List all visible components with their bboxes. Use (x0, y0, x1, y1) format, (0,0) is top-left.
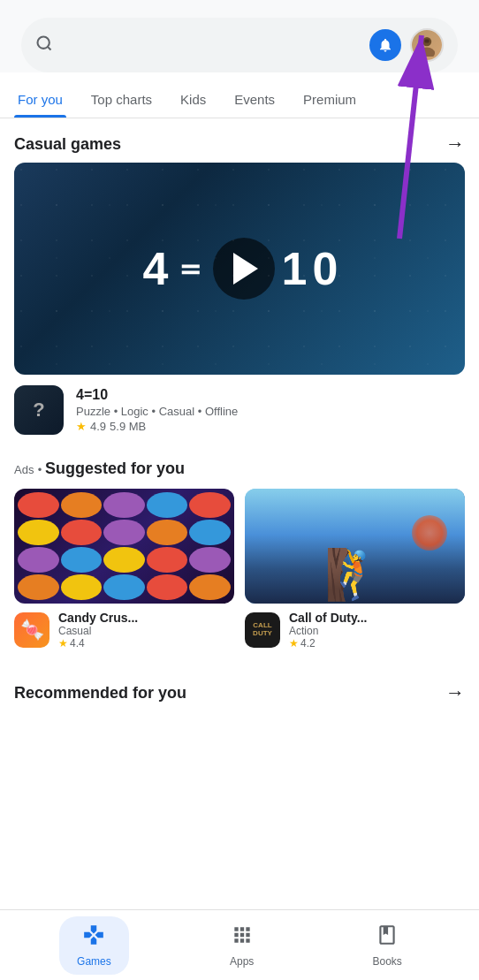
cod-rating: ★ 4.2 (289, 637, 367, 650)
svg-point-3 (419, 48, 435, 57)
app-tags: Puzzle • Logic • Casual • Offline (76, 405, 465, 418)
candy-crush-info: 🍬 Candy Crus... Casual ★ 4.4 (14, 611, 234, 650)
books-icon (376, 923, 399, 952)
candy-crush-grid (14, 489, 234, 604)
svg-rect-4 (424, 40, 429, 43)
games-icon (82, 923, 105, 952)
nav-games[interactable]: Games (59, 916, 129, 975)
books-label: Books (373, 955, 402, 968)
apps-label: Apps (230, 955, 254, 968)
card-background (14, 163, 465, 375)
candy-star-icon: ★ (58, 637, 68, 650)
star-icon: ★ (76, 420, 87, 433)
candy-crush-details: Candy Crus... Casual ★ 4.4 (58, 611, 138, 650)
tab-kids[interactable]: Kids (177, 81, 209, 118)
svg-line-1 (48, 46, 51, 49)
app-name: 4=10 (76, 387, 465, 403)
cod-name: Call of Duty... (289, 611, 367, 625)
app-size: 5.9 MB (110, 420, 146, 433)
recommended-arrow[interactable]: → (445, 681, 465, 704)
candy-crush-name: Candy Crus... (58, 611, 138, 625)
candy-crush-icon: 🍬 (14, 612, 49, 648)
cod-info: CALL DUTY Call of Duty... Action ★ 4.2 (245, 611, 465, 650)
games-label: Games (77, 955, 111, 968)
recommended-section: Recommended for you → (0, 657, 479, 711)
app-info-row: ? 4=10 Puzzle • Logic • Casual • Offline… (0, 375, 479, 445)
tab-for-you[interactable]: For you (14, 81, 66, 118)
suggested-title: Suggested for you (45, 460, 185, 477)
apps-icon (231, 923, 254, 952)
avatar[interactable] (410, 28, 444, 62)
cod-star-icon: ★ (289, 637, 299, 650)
ads-header: Ads • Suggested for you (0, 452, 479, 489)
nav-apps[interactable]: Apps (212, 916, 271, 975)
ads-grid: 🍬 Candy Crus... Casual ★ 4.4 🧗 (0, 489, 479, 650)
candy-crush-category: Casual (58, 625, 138, 637)
casual-games-arrow[interactable]: → (445, 133, 465, 156)
bottom-navigation: Games Apps Books (0, 909, 479, 980)
casual-games-title: Casual games (14, 135, 121, 154)
candy-crush-image (14, 489, 234, 604)
cod-ad[interactable]: 🧗 CALL DUTY Call of Duty... Action ★ 4.2 (245, 489, 465, 650)
cod-image: 🧗 (245, 489, 465, 604)
tab-top-charts[interactable]: Top charts (87, 81, 156, 118)
cod-icon: CALL DUTY (245, 612, 280, 648)
casual-games-section-header: Casual games → (0, 118, 479, 163)
tabs-bar: For you Top charts Kids Events Premium (0, 81, 479, 118)
candy-crush-ad[interactable]: 🍬 Candy Crus... Casual ★ 4.4 (14, 489, 234, 650)
nav-books[interactable]: Books (355, 916, 420, 975)
cod-category: Action (289, 625, 367, 637)
ads-label: Ads (14, 463, 34, 476)
suggested-section: Ads • Suggested for you (0, 445, 479, 657)
app-details: 4=10 Puzzle • Logic • Casual • Offline ★… (76, 387, 465, 433)
svg-point-0 (38, 36, 49, 48)
recommended-section-header: Recommended for you → (0, 667, 479, 711)
cod-details: Call of Duty... Action ★ 4.2 (289, 611, 367, 650)
tab-events[interactable]: Events (231, 81, 278, 118)
tab-premium[interactable]: Premium (300, 81, 360, 118)
app-meta: ★ 4.9 5.9 MB (76, 420, 465, 433)
recommended-title: Recommended for you (14, 684, 186, 703)
notification-button[interactable] (369, 29, 401, 61)
search-icon (35, 34, 53, 57)
cod-background: 🧗 (245, 489, 465, 604)
app-icon-4equal10: ? (14, 385, 64, 435)
featured-game-card[interactable]: 4 ＝ 1 0 (14, 163, 465, 375)
search-bar[interactable] (21, 18, 458, 72)
candy-crush-rating: ★ 4.4 (58, 637, 138, 650)
app-rating: 4.9 (90, 420, 106, 433)
